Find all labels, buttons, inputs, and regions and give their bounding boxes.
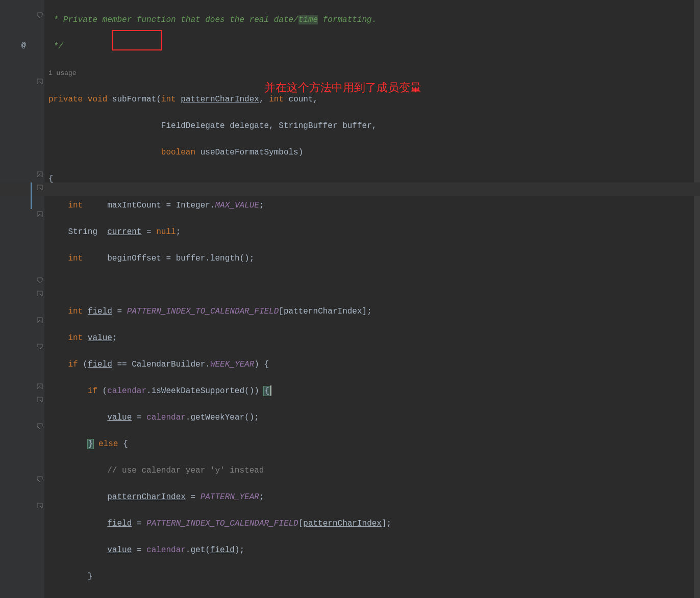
- fold-start-icon[interactable]: [37, 79, 43, 85]
- text-caret: [270, 385, 271, 396]
- vcs-change-marker: [31, 183, 32, 209]
- fold-start-icon[interactable]: [37, 397, 43, 403]
- code-content[interactable]: * Private member function that does the …: [48, 0, 700, 598]
- fold-start-icon[interactable]: [37, 317, 43, 323]
- method-name: subFormat: [112, 95, 156, 104]
- method-signature: private void subFormat(int patternCharIn…: [48, 93, 700, 106]
- fold-end-icon[interactable]: [37, 277, 43, 283]
- code-editor[interactable]: @ * Private member function that does th…: [0, 0, 700, 598]
- fold-end-icon[interactable]: [37, 12, 43, 18]
- fold-end-icon[interactable]: [37, 423, 43, 429]
- fold-start-icon[interactable]: [37, 185, 43, 191]
- fold-end-icon[interactable]: [37, 476, 43, 482]
- fold-start-icon[interactable]: [37, 171, 43, 177]
- fold-start-icon[interactable]: [37, 383, 43, 389]
- fold-start-icon[interactable]: [37, 291, 43, 297]
- fold-start-icon[interactable]: [37, 503, 43, 509]
- override-icon[interactable]: @: [21, 39, 26, 52]
- usage-hint[interactable]: 1 usage: [48, 69, 77, 77]
- fold-end-icon[interactable]: [37, 344, 43, 350]
- fold-start-icon[interactable]: [37, 211, 43, 217]
- javadoc-line: * Private member function that does the …: [48, 15, 377, 24]
- javadoc-end: */: [48, 42, 63, 51]
